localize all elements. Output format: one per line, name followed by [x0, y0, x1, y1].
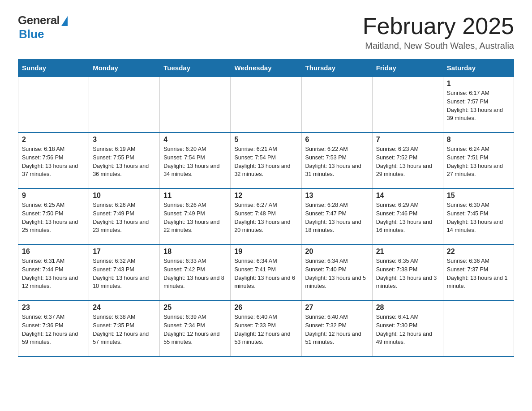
page: General Blue February 2025 Maitland, New… — [0, 0, 532, 366]
table-row: 16Sunrise: 6:31 AM Sunset: 7:44 PM Dayli… — [18, 244, 89, 300]
table-row: 27Sunrise: 6:40 AM Sunset: 7:32 PM Dayli… — [301, 300, 372, 356]
table-row: 14Sunrise: 6:29 AM Sunset: 7:46 PM Dayli… — [372, 188, 443, 244]
table-row: 26Sunrise: 6:40 AM Sunset: 7:33 PM Dayli… — [231, 300, 301, 356]
table-row: 12Sunrise: 6:27 AM Sunset: 7:48 PM Dayli… — [231, 188, 301, 244]
col-header-sunday: Sunday — [18, 60, 89, 77]
day-info: Sunrise: 6:26 AM Sunset: 7:49 PM Dayligh… — [93, 201, 156, 235]
day-info: Sunrise: 6:41 AM Sunset: 7:30 PM Dayligh… — [376, 313, 439, 347]
logo-general-text: General — [18, 13, 60, 27]
day-info: Sunrise: 6:32 AM Sunset: 7:43 PM Dayligh… — [93, 257, 156, 291]
day-info: Sunrise: 6:22 AM Sunset: 7:53 PM Dayligh… — [305, 145, 369, 179]
table-row: 7Sunrise: 6:23 AM Sunset: 7:52 PM Daylig… — [372, 133, 443, 188]
calendar-week-row: 23Sunrise: 6:37 AM Sunset: 7:36 PM Dayli… — [18, 300, 514, 356]
day-info: Sunrise: 6:24 AM Sunset: 7:51 PM Dayligh… — [447, 145, 510, 179]
table-row: 15Sunrise: 6:30 AM Sunset: 7:45 PM Dayli… — [443, 188, 514, 244]
logo-blue-text: Blue — [19, 27, 44, 41]
day-number: 21 — [376, 248, 439, 256]
table-row — [18, 77, 89, 133]
day-number: 7 — [376, 136, 439, 144]
day-number: 8 — [447, 136, 510, 144]
table-row: 24Sunrise: 6:38 AM Sunset: 7:35 PM Dayli… — [89, 300, 160, 356]
day-info: Sunrise: 6:28 AM Sunset: 7:47 PM Dayligh… — [305, 201, 369, 235]
day-number: 22 — [447, 248, 510, 256]
day-number: 13 — [305, 192, 369, 200]
table-row: 20Sunrise: 6:34 AM Sunset: 7:40 PM Dayli… — [301, 244, 372, 300]
calendar-week-row: 16Sunrise: 6:31 AM Sunset: 7:44 PM Dayli… — [18, 244, 514, 300]
day-info: Sunrise: 6:27 AM Sunset: 7:48 PM Dayligh… — [234, 201, 297, 235]
calendar-week-row: 9Sunrise: 6:25 AM Sunset: 7:50 PM Daylig… — [18, 188, 514, 244]
table-row: 8Sunrise: 6:24 AM Sunset: 7:51 PM Daylig… — [443, 133, 514, 188]
day-info: Sunrise: 6:40 AM Sunset: 7:32 PM Dayligh… — [305, 313, 369, 347]
table-row: 23Sunrise: 6:37 AM Sunset: 7:36 PM Dayli… — [18, 300, 89, 356]
table-row — [372, 77, 443, 133]
day-info: Sunrise: 6:19 AM Sunset: 7:55 PM Dayligh… — [93, 145, 156, 179]
day-info: Sunrise: 6:40 AM Sunset: 7:33 PM Dayligh… — [234, 313, 297, 347]
table-row: 5Sunrise: 6:21 AM Sunset: 7:54 PM Daylig… — [231, 133, 301, 188]
table-row: 13Sunrise: 6:28 AM Sunset: 7:47 PM Dayli… — [301, 188, 372, 244]
day-info: Sunrise: 6:36 AM Sunset: 7:37 PM Dayligh… — [447, 257, 510, 291]
day-number: 1 — [447, 80, 510, 88]
day-number: 26 — [234, 304, 297, 312]
day-number: 6 — [305, 136, 369, 144]
col-header-monday: Monday — [89, 60, 160, 77]
day-info: Sunrise: 6:29 AM Sunset: 7:46 PM Dayligh… — [376, 201, 439, 235]
day-number: 10 — [93, 192, 156, 200]
day-number: 2 — [22, 136, 85, 144]
day-info: Sunrise: 6:26 AM Sunset: 7:49 PM Dayligh… — [163, 201, 227, 235]
day-info: Sunrise: 6:37 AM Sunset: 7:36 PM Dayligh… — [22, 313, 85, 347]
table-row: 6Sunrise: 6:22 AM Sunset: 7:53 PM Daylig… — [301, 133, 372, 188]
day-number: 18 — [163, 248, 227, 256]
logo: General Blue — [18, 13, 68, 41]
day-info: Sunrise: 6:25 AM Sunset: 7:50 PM Dayligh… — [22, 201, 85, 235]
day-number: 23 — [22, 304, 85, 312]
calendar-week-row: 2Sunrise: 6:18 AM Sunset: 7:56 PM Daylig… — [18, 133, 514, 188]
table-row: 4Sunrise: 6:20 AM Sunset: 7:54 PM Daylig… — [160, 133, 231, 188]
day-number: 27 — [305, 304, 369, 312]
calendar-header-row: Sunday Monday Tuesday Wednesday Thursday… — [18, 60, 514, 77]
day-info: Sunrise: 6:35 AM Sunset: 7:38 PM Dayligh… — [376, 257, 439, 291]
day-number: 14 — [376, 192, 439, 200]
day-number: 17 — [93, 248, 156, 256]
table-row: 18Sunrise: 6:33 AM Sunset: 7:42 PM Dayli… — [160, 244, 231, 300]
day-info: Sunrise: 6:39 AM Sunset: 7:34 PM Dayligh… — [163, 313, 227, 347]
day-number: 5 — [234, 136, 297, 144]
month-title: February 2025 — [363, 13, 514, 39]
day-number: 16 — [22, 248, 85, 256]
day-info: Sunrise: 6:33 AM Sunset: 7:42 PM Dayligh… — [163, 257, 227, 291]
table-row: 22Sunrise: 6:36 AM Sunset: 7:37 PM Dayli… — [443, 244, 514, 300]
table-row — [443, 300, 514, 356]
col-header-thursday: Thursday — [301, 60, 372, 77]
table-row: 25Sunrise: 6:39 AM Sunset: 7:34 PM Dayli… — [160, 300, 231, 356]
day-info: Sunrise: 6:20 AM Sunset: 7:54 PM Dayligh… — [163, 145, 227, 179]
day-info: Sunrise: 6:38 AM Sunset: 7:35 PM Dayligh… — [93, 313, 156, 347]
day-number: 12 — [234, 192, 297, 200]
location-subtitle: Maitland, New South Wales, Australia — [363, 41, 514, 51]
day-number: 11 — [163, 192, 227, 200]
calendar-week-row: 1Sunrise: 6:17 AM Sunset: 7:57 PM Daylig… — [18, 77, 514, 133]
header: General Blue February 2025 Maitland, New… — [18, 13, 514, 51]
day-number: 19 — [234, 248, 297, 256]
day-number: 24 — [93, 304, 156, 312]
day-number: 3 — [93, 136, 156, 144]
day-info: Sunrise: 6:34 AM Sunset: 7:40 PM Dayligh… — [305, 257, 369, 291]
day-number: 25 — [163, 304, 227, 312]
table-row: 9Sunrise: 6:25 AM Sunset: 7:50 PM Daylig… — [18, 188, 89, 244]
table-row: 10Sunrise: 6:26 AM Sunset: 7:49 PM Dayli… — [89, 188, 160, 244]
day-number: 9 — [22, 192, 85, 200]
title-block: February 2025 Maitland, New South Wales,… — [363, 13, 514, 51]
day-info: Sunrise: 6:31 AM Sunset: 7:44 PM Dayligh… — [22, 257, 85, 291]
table-row — [301, 77, 372, 133]
day-number: 28 — [376, 304, 439, 312]
table-row: 28Sunrise: 6:41 AM Sunset: 7:30 PM Dayli… — [372, 300, 443, 356]
day-info: Sunrise: 6:30 AM Sunset: 7:45 PM Dayligh… — [447, 201, 510, 235]
day-number: 15 — [447, 192, 510, 200]
table-row: 2Sunrise: 6:18 AM Sunset: 7:56 PM Daylig… — [18, 133, 89, 188]
table-row — [89, 77, 160, 133]
calendar-table: Sunday Monday Tuesday Wednesday Thursday… — [18, 59, 514, 357]
logo-triangle-icon — [61, 16, 68, 26]
table-row — [160, 77, 231, 133]
day-info: Sunrise: 6:18 AM Sunset: 7:56 PM Dayligh… — [22, 145, 85, 179]
col-header-wednesday: Wednesday — [231, 60, 301, 77]
day-info: Sunrise: 6:23 AM Sunset: 7:52 PM Dayligh… — [376, 145, 439, 179]
table-row: 1Sunrise: 6:17 AM Sunset: 7:57 PM Daylig… — [443, 77, 514, 133]
